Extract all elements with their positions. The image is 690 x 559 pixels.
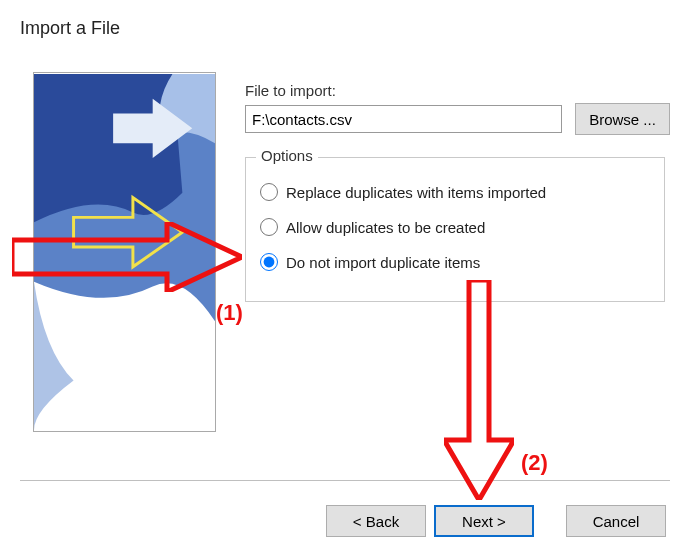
wizard-illustration (33, 72, 216, 432)
back-button[interactable]: < Back (326, 505, 426, 537)
dialog-title: Import a File (20, 18, 120, 39)
file-import-label: File to import: (245, 82, 336, 99)
divider (20, 480, 670, 481)
annotation-label-2: (2) (521, 450, 548, 476)
radio-replace-duplicates-input[interactable] (260, 183, 278, 201)
options-group: Options Replace duplicates with items im… (245, 157, 665, 302)
cancel-button[interactable]: Cancel (566, 505, 666, 537)
radio-replace-duplicates[interactable]: Replace duplicates with items imported (260, 183, 546, 201)
file-path-input[interactable] (245, 105, 562, 133)
annotation-label-1: (1) (216, 300, 243, 326)
radio-allow-duplicates-input[interactable] (260, 218, 278, 236)
browse-button[interactable]: Browse ... (575, 103, 670, 135)
radio-label: Allow duplicates to be created (286, 219, 485, 236)
radio-do-not-import-duplicates-input[interactable] (260, 253, 278, 271)
radio-do-not-import-duplicates[interactable]: Do not import duplicate items (260, 253, 480, 271)
options-legend: Options (256, 147, 318, 164)
next-button[interactable]: Next > (434, 505, 534, 537)
radio-allow-duplicates[interactable]: Allow duplicates to be created (260, 218, 485, 236)
annotation-arrow-2 (444, 280, 514, 500)
radio-label: Do not import duplicate items (286, 254, 480, 271)
radio-label: Replace duplicates with items imported (286, 184, 546, 201)
